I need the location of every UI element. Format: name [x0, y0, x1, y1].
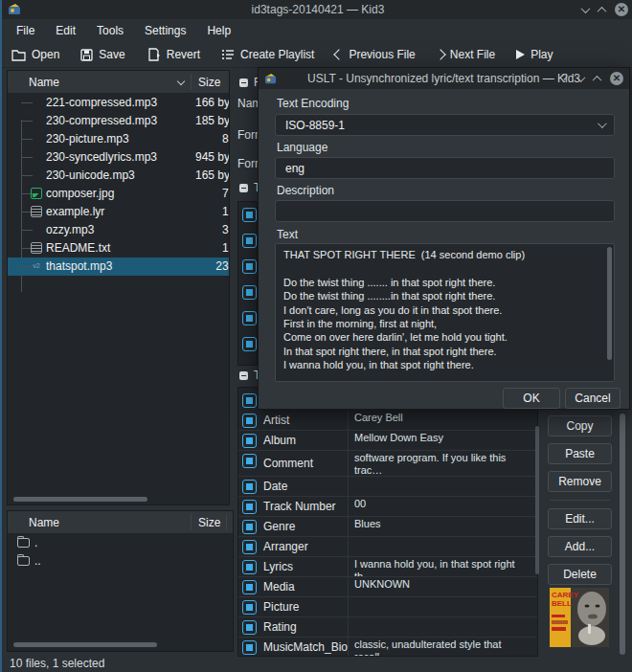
minimize-icon[interactable]: [581, 4, 591, 13]
collapse-icon[interactable]: [239, 78, 248, 87]
tag-field-value[interactable]: software program. If you like this trac……: [348, 451, 535, 476]
close-icon[interactable]: ✕: [615, 3, 628, 16]
menu-tools[interactable]: Tools: [86, 20, 134, 41]
tag-field-checkbox[interactable]: [242, 285, 257, 300]
file-row[interactable]: composer.jpg7 kB: [8, 185, 229, 203]
menu-file[interactable]: File: [6, 20, 45, 41]
tag-field-value[interactable]: classic, unadulterated style that recall…: [348, 638, 535, 657]
file-row[interactable]: README.txt1 kB: [8, 239, 229, 258]
tag-table-row[interactable]: MusicMatch_Bioclassic, unadulterated sty…: [238, 638, 537, 657]
dir-list-header[interactable]: Name Size: [8, 511, 233, 534]
tag-field-checkbox[interactable]: [242, 393, 257, 408]
tag-field-checkbox[interactable]: [242, 540, 257, 554]
delete-button[interactable]: Delete: [548, 564, 612, 585]
tag-field-checkbox[interactable]: [242, 620, 257, 635]
tag-field-value[interactable]: Blues: [348, 517, 535, 536]
tag-field-checkbox[interactable]: [242, 560, 257, 574]
file-list-header[interactable]: Name Size: [8, 71, 229, 94]
collapse-icon[interactable]: [239, 371, 248, 380]
tag-field-checkbox[interactable]: [242, 640, 257, 655]
tag-field-checkbox[interactable]: [242, 414, 257, 428]
column-name[interactable]: Name: [29, 516, 59, 529]
menu-settings[interactable]: Settings: [134, 20, 196, 41]
textarea-vscrollbar[interactable]: [607, 247, 612, 360]
file-row[interactable]: 221-compressed.mp3166 bytes: [8, 94, 229, 112]
tag-field-value[interactable]: [348, 617, 535, 637]
edit-button[interactable]: Edit...: [548, 508, 612, 529]
text-encoding-select[interactable]: ISO-8859-1: [275, 114, 615, 136]
file-row[interactable]: 230-compressed.mp3185 bytes: [8, 112, 229, 130]
create-playlist-button[interactable]: Create Playlist: [221, 48, 314, 61]
previous-file-button[interactable]: Previous File: [335, 48, 415, 61]
tag-table-vscrollbar[interactable]: [535, 426, 539, 574]
help-icon[interactable]: ?: [561, 72, 568, 85]
file-row[interactable]: example.lyr1 kB: [8, 203, 229, 221]
tag-field-checkbox[interactable]: [242, 480, 257, 494]
file-row[interactable]: 230-picture.mp38 kB: [8, 130, 229, 148]
paste-button[interactable]: Paste: [548, 443, 612, 464]
dialog-titlebar[interactable]: USLT - Unsynchronized lyric/text transcr…: [259, 68, 629, 89]
collapse-icon[interactable]: [239, 184, 248, 192]
dir-row[interactable]: .: [8, 534, 233, 552]
tag-field-checkbox[interactable]: [242, 500, 257, 514]
file-row[interactable]: 230-unicode.mp3165 bytes: [8, 167, 229, 185]
menu-help[interactable]: Help: [196, 20, 241, 41]
add-button[interactable]: Add...: [548, 536, 612, 557]
tag-field-value[interactable]: [348, 537, 535, 556]
dir-row[interactable]: ..: [8, 552, 233, 571]
tag-table-row[interactable]: Rating: [238, 617, 537, 638]
description-input[interactable]: [275, 200, 615, 222]
revert-button[interactable]: Revert: [147, 48, 200, 61]
right-panel-vscrollbar[interactable]: [620, 414, 625, 655]
file-list-hscrollbar[interactable]: [13, 497, 147, 502]
titlebar[interactable]: id3tags-20140421 — Kid3 ✕: [2, 0, 632, 19]
copy-button[interactable]: Copy: [548, 415, 612, 437]
tag-field-value[interactable]: UNKNOWN: [348, 577, 535, 596]
close-icon[interactable]: ✕: [610, 72, 623, 85]
tag-field-checkbox[interactable]: [242, 580, 257, 594]
maximize-icon[interactable]: [598, 6, 607, 15]
tag-field-value[interactable]: [348, 477, 535, 496]
tag-field-value[interactable]: 00: [348, 497, 535, 516]
tag-field-checkbox[interactable]: [242, 600, 257, 615]
cancel-button[interactable]: Cancel: [565, 388, 621, 409]
file-row[interactable]: v2thatspot.mp323 kB: [8, 258, 229, 276]
lyrics-textarea[interactable]: THAT SPOT RIGHT THERE (14 second demo cl…: [275, 243, 615, 382]
tag-field-checkbox[interactable]: [242, 259, 257, 274]
tag-table-row[interactable]: ArtistCarey Bell: [238, 411, 537, 431]
tag-field-checkbox[interactable]: [242, 520, 257, 534]
open-button[interactable]: Open: [11, 48, 59, 61]
tag-field-value[interactable]: [348, 597, 535, 616]
remove-button[interactable]: Remove: [548, 471, 612, 492]
album-art-image[interactable]: CAREY BELL: [550, 588, 609, 647]
file-row[interactable]: ozzy.mp33 kB: [8, 221, 229, 239]
tag-table-row[interactable]: Date: [238, 477, 537, 497]
tag-field-value[interactable]: Mellow Down Easy: [348, 431, 535, 450]
maximize-icon[interactable]: [593, 75, 602, 84]
play-button[interactable]: Play: [516, 48, 553, 61]
tag-table-row[interactable]: Arranger: [238, 537, 537, 557]
tag-field-checkbox[interactable]: [242, 337, 257, 351]
dir-list-hscrollbar[interactable]: [13, 642, 157, 647]
tag-table-row[interactable]: GenreBlues: [238, 517, 537, 537]
column-size[interactable]: Size: [198, 516, 220, 529]
tag-table-row[interactable]: AlbumMellow Down Easy: [238, 431, 537, 451]
tag-table-row[interactable]: MediaUNKNOWN: [238, 577, 537, 597]
tag-field-checkbox[interactable]: [242, 434, 257, 448]
tag-table-row[interactable]: LyricsI wanna hold you, in that spot rig…: [238, 557, 537, 577]
tag-field-value[interactable]: Carey Bell: [348, 411, 535, 430]
tag-table-row[interactable]: Track Number00: [238, 497, 537, 517]
column-name[interactable]: Name: [29, 76, 59, 89]
tag-field-checkbox[interactable]: [242, 208, 257, 222]
menu-edit[interactable]: Edit: [45, 20, 86, 41]
ok-button[interactable]: OK: [503, 388, 560, 409]
file-row[interactable]: 230-syncedlyrics.mp3945 bytes: [8, 148, 229, 167]
save-button[interactable]: Save: [80, 48, 124, 61]
tag-table-row[interactable]: Commentsoftware program. If you like thi…: [238, 451, 537, 477]
language-input[interactable]: eng: [275, 157, 615, 179]
tag-field-checkbox[interactable]: [242, 311, 257, 325]
tag-field-value[interactable]: I wanna hold you, in that spot right th…: [348, 557, 535, 576]
tag-table-row[interactable]: Picture: [238, 597, 537, 617]
minimize-icon[interactable]: [576, 73, 586, 82]
column-size[interactable]: Size: [198, 76, 220, 89]
